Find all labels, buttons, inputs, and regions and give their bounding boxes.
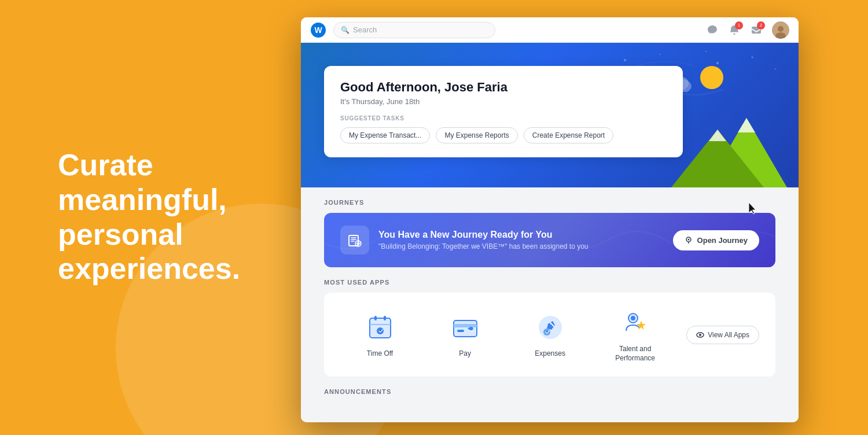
task-buttons: My Expense Transact... My Expense Report… xyxy=(340,127,667,143)
app-item-expenses[interactable]: Expenses xyxy=(510,311,590,359)
app-label-pay: Pay xyxy=(459,349,471,359)
welcome-greeting: Good Afternoon, Jose Faria xyxy=(340,80,667,95)
apps-card: Time Off Pay xyxy=(324,293,775,377)
svg-point-6 xyxy=(624,59,626,61)
location-icon xyxy=(685,236,693,244)
svg-point-9 xyxy=(716,62,719,64)
app-item-talent[interactable]: Talent andPerformance xyxy=(595,307,675,363)
browser-chrome: W 🔍 Search 1 xyxy=(301,17,799,43)
svg-text:W: W xyxy=(314,25,322,35)
app-label-talent: Talent andPerformance xyxy=(615,345,655,363)
view-all-apps-button[interactable]: View All Apps xyxy=(686,326,759,344)
svg-point-11 xyxy=(775,68,776,69)
app-label-expenses: Expenses xyxy=(535,349,565,359)
journey-title: You Have a New Journey Ready for You xyxy=(378,230,664,240)
journeys-label: JOURNEYS xyxy=(324,199,775,206)
svg-rect-28 xyxy=(370,324,391,325)
svg-point-36 xyxy=(631,316,635,320)
left-panel: Curatemeaningful,personalexperiences. xyxy=(58,148,240,286)
bell-icon[interactable]: 1 xyxy=(728,24,741,36)
svg-rect-21 xyxy=(349,235,358,246)
journey-subtitle: "Building Belonging: Together we VIBE™" … xyxy=(378,242,664,250)
time-off-icon xyxy=(364,311,396,344)
inbox-icon[interactable]: 2 xyxy=(750,24,763,36)
inbox-badge: 2 xyxy=(757,21,765,30)
app-label-time-off: Time Off xyxy=(367,349,393,359)
journey-text: You Have a New Journey Ready for You "Bu… xyxy=(378,230,664,250)
pay-icon xyxy=(449,311,481,344)
open-journey-label: Open Journey xyxy=(697,236,748,245)
search-icon: 🔍 xyxy=(341,26,350,34)
journeys-section: JOURNEYS You Have a New Journey Ready fo… xyxy=(324,199,775,267)
chat-icon[interactable] xyxy=(706,24,719,36)
app-item-time-off[interactable]: Time Off xyxy=(340,311,420,359)
svg-point-10 xyxy=(752,57,753,58)
task-btn-2[interactable]: Create Expense Report xyxy=(524,127,613,143)
svg-point-8 xyxy=(659,54,660,55)
svg-rect-27 xyxy=(384,316,386,320)
hero-section: Good Afternoon, Jose Faria It's Thursday… xyxy=(301,43,799,187)
expenses-icon xyxy=(534,311,567,344)
task-btn-1[interactable]: My Expense Reports xyxy=(436,127,517,143)
browser-content: Good Afternoon, Jose Faria It's Thursday… xyxy=(301,43,799,422)
journey-banner: You Have a New Journey Ready for You "Bu… xyxy=(324,213,775,267)
hero-text: Curatemeaningful,personalexperiences. xyxy=(58,148,240,286)
user-avatar[interactable] xyxy=(772,21,789,39)
search-bar[interactable]: 🔍 Search xyxy=(333,22,495,38)
svg-rect-32 xyxy=(457,330,464,332)
welcome-card: Good Afternoon, Jose Faria It's Thursday… xyxy=(324,66,683,157)
browser-window: W 🔍 Search 1 xyxy=(301,17,799,422)
svg-point-24 xyxy=(687,239,689,241)
welcome-date: It's Thursday, June 18th xyxy=(340,97,667,106)
journey-icon-wrap xyxy=(340,226,369,255)
svg-point-22 xyxy=(355,241,361,246)
workday-logo: W xyxy=(310,22,326,38)
browser-actions: 1 2 xyxy=(706,21,789,39)
view-all-label: View All Apps xyxy=(708,331,749,339)
svg-marker-20 xyxy=(738,118,755,132)
svg-marker-37 xyxy=(637,320,646,330)
main-scroll: JOURNEYS You Have a New Journey Ready fo… xyxy=(301,187,799,422)
bell-badge: 1 xyxy=(735,21,743,30)
svg-point-13 xyxy=(705,51,707,52)
suggested-tasks-label: SUGGESTED TASKS xyxy=(340,115,667,121)
open-journey-button[interactable]: Open Journey xyxy=(673,230,759,250)
announcements-label: ANNOUNCEMENTS xyxy=(324,388,775,395)
task-btn-0[interactable]: My Expense Transact... xyxy=(340,127,430,143)
search-placeholder-text: Search xyxy=(353,25,377,34)
apps-label: MOST USED APPS xyxy=(324,279,775,286)
svg-marker-19 xyxy=(709,130,726,141)
apps-section: MOST USED APPS xyxy=(324,279,775,377)
app-item-pay[interactable]: Pay xyxy=(425,311,505,359)
eye-icon xyxy=(696,331,704,339)
talent-icon xyxy=(619,307,652,339)
svg-rect-26 xyxy=(374,316,377,320)
svg-rect-31 xyxy=(454,324,477,327)
hero-sun xyxy=(700,66,723,89)
svg-point-23 xyxy=(686,237,691,242)
svg-point-39 xyxy=(699,334,701,336)
svg-point-4 xyxy=(778,26,784,32)
announcements-section: ANNOUNCEMENTS xyxy=(324,388,775,395)
